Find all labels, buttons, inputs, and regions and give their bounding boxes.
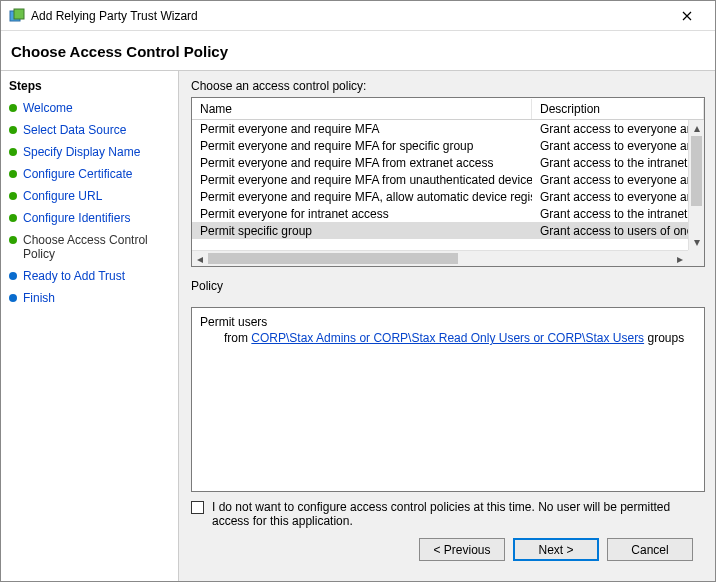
step-select-data-source[interactable]: Select Data Source — [1, 119, 178, 141]
policy-description: Grant access to everyone and requir — [532, 122, 688, 136]
svg-rect-1 — [14, 9, 24, 19]
policy-row[interactable]: Permit everyone and require MFA for spec… — [192, 137, 688, 154]
policy-line2: from CORP\Stax Admins or CORP\Stax Read … — [200, 330, 696, 346]
app-icon — [9, 8, 25, 24]
policy-name: Permit everyone and require MFA from una… — [192, 173, 532, 187]
step-bullet-icon — [9, 104, 17, 112]
steps-sidebar: Steps WelcomeSelect Data SourceSpecify D… — [1, 71, 179, 581]
scroll-left-icon[interactable]: ◂ — [192, 251, 208, 266]
policy-list-label: Choose an access control policy: — [191, 79, 705, 93]
vertical-scrollbar[interactable]: ▴ ▾ — [688, 120, 704, 250]
step-label: Choose Access Control Policy — [23, 233, 172, 261]
policy-description: Grant access to everyone and requir — [532, 190, 688, 204]
step-label: Welcome — [23, 101, 73, 115]
scroll-down-icon[interactable]: ▾ — [689, 234, 704, 250]
policy-description: Grant access to the intranet users. — [532, 207, 688, 221]
step-ready-to-add-trust[interactable]: Ready to Add Trust — [1, 265, 178, 287]
list-header: Name Description — [192, 98, 704, 120]
step-bullet-icon — [9, 236, 17, 244]
policy-row[interactable]: Permit everyone for intranet accessGrant… — [192, 205, 688, 222]
step-configure-identifiers[interactable]: Configure Identifiers — [1, 207, 178, 229]
main-panel: Choose an access control policy: Name De… — [179, 71, 715, 581]
step-configure-certificate[interactable]: Configure Certificate — [1, 163, 178, 185]
step-specify-display-name[interactable]: Specify Display Name — [1, 141, 178, 163]
step-bullet-icon — [9, 272, 17, 280]
step-finish[interactable]: Finish — [1, 287, 178, 309]
step-label: Configure Certificate — [23, 167, 132, 181]
policy-description: Grant access to the intranet users an — [532, 156, 688, 170]
policy-name: Permit specific group — [192, 224, 532, 238]
policy-detail-box: Permit users from CORP\Stax Admins or CO… — [191, 307, 705, 492]
scroll-thumb-h[interactable] — [208, 253, 458, 264]
policy-row[interactable]: Permit everyone and require MFA from ext… — [192, 154, 688, 171]
policy-listbox[interactable]: Name Description Permit everyone and req… — [191, 97, 705, 267]
policy-name: Permit everyone for intranet access — [192, 207, 532, 221]
close-button[interactable] — [667, 2, 707, 30]
step-choose-access-control-policy: Choose Access Control Policy — [1, 229, 178, 265]
policy-description: Grant access to everyone and requir — [532, 173, 688, 187]
policy-groups-link[interactable]: CORP\Stax Admins or CORP\Stax Read Only … — [251, 331, 644, 345]
previous-button[interactable]: < Previous — [419, 538, 505, 561]
policy-row[interactable]: Permit everyone and require MFA, allow a… — [192, 188, 688, 205]
step-bullet-icon — [9, 294, 17, 302]
policy-line2-prefix: from — [224, 331, 251, 345]
step-label: Configure URL — [23, 189, 102, 203]
step-label: Configure Identifiers — [23, 211, 130, 225]
page-title: Choose Access Control Policy — [1, 31, 715, 71]
scroll-up-icon[interactable]: ▴ — [689, 120, 704, 136]
step-label: Specify Display Name — [23, 145, 140, 159]
column-description[interactable]: Description — [532, 99, 704, 119]
horizontal-scrollbar[interactable]: ◂ ▸ — [192, 250, 688, 266]
step-label: Select Data Source — [23, 123, 126, 137]
step-welcome[interactable]: Welcome — [1, 97, 178, 119]
steps-header: Steps — [1, 77, 178, 97]
step-bullet-icon — [9, 192, 17, 200]
step-label: Finish — [23, 291, 55, 305]
step-bullet-icon — [9, 148, 17, 156]
scroll-right-icon[interactable]: ▸ — [672, 251, 688, 266]
policy-line2-suffix: groups — [644, 331, 684, 345]
scroll-corner — [688, 250, 704, 266]
policy-name: Permit everyone and require MFA from ext… — [192, 156, 532, 170]
policy-description: Grant access to everyone and requir — [532, 139, 688, 153]
policy-section-label: Policy — [191, 279, 705, 293]
scroll-thumb-v[interactable] — [691, 136, 702, 206]
titlebar: Add Relying Party Trust Wizard — [1, 1, 715, 31]
button-row: < Previous Next > Cancel — [191, 528, 705, 573]
policy-row[interactable]: Permit everyone and require MFAGrant acc… — [192, 120, 688, 137]
cancel-button[interactable]: Cancel — [607, 538, 693, 561]
policy-row[interactable]: Permit everyone and require MFA from una… — [192, 171, 688, 188]
opt-out-checkbox[interactable] — [191, 501, 204, 514]
opt-out-row: I do not want to configure access contro… — [191, 500, 705, 528]
wizard-window: Add Relying Party Trust Wizard Choose Ac… — [0, 0, 716, 582]
policy-line1: Permit users — [200, 314, 696, 330]
policy-name: Permit everyone and require MFA — [192, 122, 532, 136]
step-label: Ready to Add Trust — [23, 269, 125, 283]
step-configure-url[interactable]: Configure URL — [1, 185, 178, 207]
policy-row[interactable]: Permit specific groupGrant access to use… — [192, 222, 688, 239]
next-button[interactable]: Next > — [513, 538, 599, 561]
step-bullet-icon — [9, 214, 17, 222]
window-title: Add Relying Party Trust Wizard — [31, 9, 667, 23]
step-bullet-icon — [9, 126, 17, 134]
column-name[interactable]: Name — [192, 99, 532, 119]
policy-name: Permit everyone and require MFA for spec… — [192, 139, 532, 153]
policy-name: Permit everyone and require MFA, allow a… — [192, 190, 532, 204]
wizard-body: Steps WelcomeSelect Data SourceSpecify D… — [1, 71, 715, 581]
opt-out-label: I do not want to configure access contro… — [212, 500, 705, 528]
policy-description: Grant access to users of one or more — [532, 224, 688, 238]
step-bullet-icon — [9, 170, 17, 178]
